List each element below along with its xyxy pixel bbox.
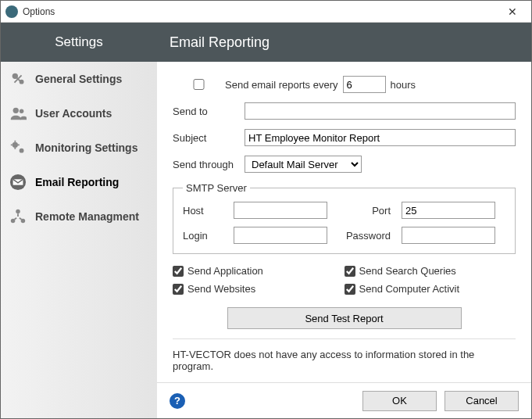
row-subject: Subject [173,129,516,146]
label-login: Login [183,230,226,242]
input-subject[interactable] [245,129,516,146]
label-host: Host [183,205,226,217]
sidebar-item-label: General Settings [35,73,122,85]
svg-point-7 [16,210,20,214]
svg-point-4 [12,142,18,148]
svg-point-1 [20,80,24,84]
checkbox-send-search-input[interactable] [345,266,355,277]
svg-point-2 [13,108,19,113]
main-header: Email Reporting [157,23,531,62]
smtp-grid: Host Port Login Password [183,202,505,244]
svg-point-0 [12,73,18,79]
envelope-icon [9,173,27,192]
input-login[interactable] [234,227,327,244]
checkbox-send-activity[interactable]: Send Computer Activit [345,283,516,295]
help-icon[interactable]: ? [170,393,185,409]
info-text: HT-VECTOR does not have any access to in… [173,349,516,372]
ok-button[interactable]: OK [362,391,437,411]
sidebar-item-users[interactable]: User Accounts [1,96,157,131]
divider [173,338,516,339]
checkbox-send-search[interactable]: Send Search Queries [345,265,516,277]
users-icon [9,104,27,123]
svg-point-3 [20,109,24,114]
label-subject: Subject [173,132,245,144]
close-icon[interactable]: ✕ [498,5,527,18]
cancel-button[interactable]: Cancel [445,391,519,411]
label-port: Port [335,205,394,217]
checkbox-label: Send Computer Activit [359,283,460,295]
sidebar-item-email[interactable]: Email Reporting [1,165,157,199]
checkbox-label: Send Application [187,265,263,277]
row-send-every: Send email reports every hours [173,76,516,93]
checkbox-send-application[interactable]: Send Application [173,265,345,277]
checkbox-send-websites[interactable]: Send Websites [173,283,345,295]
label-send-to: Send to [173,106,245,117]
select-send-through[interactable]: Default Mail Server [245,156,362,173]
app-icon [5,5,18,18]
sidebar-item-remote[interactable]: Remote Managment [1,199,157,234]
checkbox-send-every-input[interactable] [177,79,220,90]
window-title: Options [23,6,498,17]
sidebar-item-label: User Accounts [35,107,112,120]
sidebar-item-general[interactable]: General Settings [1,62,157,96]
send-test-report-button[interactable]: Send Test Report [227,307,462,329]
row-send-through: Send through Default Mail Server [173,156,516,173]
sidebar-item-label: Monitoring Settings [35,141,137,154]
sidebar-item-label: Remote Managment [35,210,139,223]
label-hours: hours [391,79,416,91]
sidebar-header: Settings [1,23,157,62]
main-body: Send email reports every hours Send to S… [157,62,531,382]
footer: ? OK Cancel [157,382,531,418]
row-send-to: Send to [173,102,516,120]
gears-icon [9,138,27,157]
checkbox-send-every[interactable]: Send email reports every [173,79,338,91]
content: Settings General Settings User Accounts [1,23,531,418]
checkbox-label: Send Websites [187,283,255,295]
sidebar-item-monitoring[interactable]: Monitoring Settings [1,131,157,165]
label-password: Password [335,230,394,242]
options-window: Options ✕ Settings General Settings User… [0,0,532,419]
sidebar-items: General Settings User Accounts Monitorin… [1,62,157,418]
network-icon [9,207,27,226]
checkbox-send-activity-input[interactable] [345,284,355,295]
input-password[interactable] [402,227,495,244]
sidebar: Settings General Settings User Accounts [1,23,157,418]
main-panel: Email Reporting Send email reports every… [157,23,531,418]
checkbox-send-application-input[interactable] [173,266,184,277]
legend-smtp: SMTP Server [183,182,250,194]
input-port[interactable] [402,202,495,219]
checkbox-send-every-label: Send email reports every [225,79,338,91]
input-send-to[interactable] [245,102,516,120]
input-host[interactable] [234,202,327,219]
checkbox-label: Send Search Queries [359,265,456,277]
label-send-through: Send through [173,159,245,170]
input-send-every-hours[interactable] [343,76,386,93]
fieldset-smtp: SMTP Server Host Port Login Password [173,182,516,254]
checkbox-grid: Send Application Send Search Queries Sen… [173,265,516,295]
checkbox-send-websites-input[interactable] [173,284,184,295]
gears-icon [9,70,27,88]
sidebar-item-label: Email Reporting [35,176,119,188]
titlebar: Options ✕ [1,1,531,23]
svg-point-5 [20,149,24,153]
